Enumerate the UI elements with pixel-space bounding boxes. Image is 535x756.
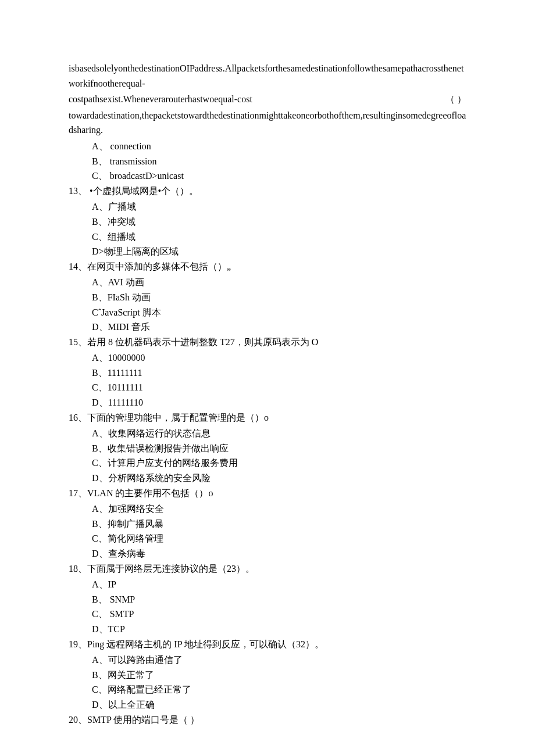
q14-option-c: CˆJavaScript 脚本 [92,305,466,320]
document-page: isbasedsolelyonthedestinationOIPaddress.… [0,0,535,756]
blank-bracket: （ ） [434,92,466,107]
q13-option-a: A、广播域 [92,199,466,214]
q16-option-a: A、收集网络运行的状态信息 [92,426,466,441]
q12-option-a: A、 connection [92,139,466,154]
q16-option-d: D、分析网络系统的安全风险 [92,471,466,486]
q14-option-a: A、AVI 动画 [92,275,466,290]
q17-option-a: A、加强网络安全 [92,501,466,517]
q16-option-c: C、计算用户应支付的网络服务费用 [92,456,466,471]
q15-option-b: B、11111111 [92,366,466,381]
passage-line-1: isbasedsolelyonthedestinationOIPaddress.… [69,61,466,91]
q14-option-d: D、MIDI 音乐 [92,320,466,335]
q17-option-b: B、抑制广播风暴 [92,517,466,532]
passage-line-2: costpathsexist.Wheneverarouterhastwoequa… [69,92,466,107]
q18-option-c: C、 SMTP [92,607,466,622]
q19-option-a: A、可以跨路由通信了 [92,653,466,668]
q19-option-d: D、以上全正确 [92,697,466,712]
q15-stem: 15、若用 8 位机器码表示十进制整数 T27，则其原码表示为 O [69,335,466,350]
q18-option-a: A、IP [92,577,466,592]
q14-option-b: B、FIaSh 动画 [92,290,466,305]
q15-option-c: C、10111111 [92,380,466,395]
q14-stem: 14、在网页中添加的多媒体不包括（）„ [69,259,466,274]
q17-stem: 17、VLAN 的主要作用不包括（）o [69,486,466,501]
q17-option-c: C、简化网络管理 [92,531,466,546]
q13-option-b: B、冲突域 [92,214,466,230]
q13-option-c: C、组播域 [92,230,466,245]
q12-option-b: B、 transmission [92,154,466,169]
q18-option-d: D、TCP [92,622,466,637]
q15-option-d: D、11111110 [92,395,466,410]
passage-line-3: towardadestination,thepacketstowardthede… [69,108,466,138]
passage-line-2-text: costpathsexist.Wheneverarouterhastwoequa… [69,92,434,107]
q17-option-d: D、查杀病毒 [92,546,466,561]
q19-stem: 19、Ping 远程网络主机的 IP 地址得到反应，可以确认（32）。 [69,637,466,652]
q16-stem: 16、下面的管理功能中，属于配置管理的是（）o [69,410,466,425]
q16-option-b: B、收集错误检测报告并做出响应 [92,441,466,456]
q12-option-c: C、 broadcastD>unicast [92,169,466,184]
q19-option-c: C、网络配置已经正常了 [92,682,466,697]
q18-stem: 18、下面属于网络层无连接协议的是（23）。 [69,561,466,576]
q13-option-d: D>物理上隔离的区域 [92,244,466,259]
q15-option-a: A、10000000 [92,350,466,366]
q13-stem: 13、 •个虚拟局域网是•个（）。 [69,184,466,199]
q19-option-b: B、网关正常了 [92,668,466,683]
q20-stem: 20、SMTP 使用的端口号是（ ） [69,712,466,728]
q18-option-b: B、 SNMP [92,592,466,607]
